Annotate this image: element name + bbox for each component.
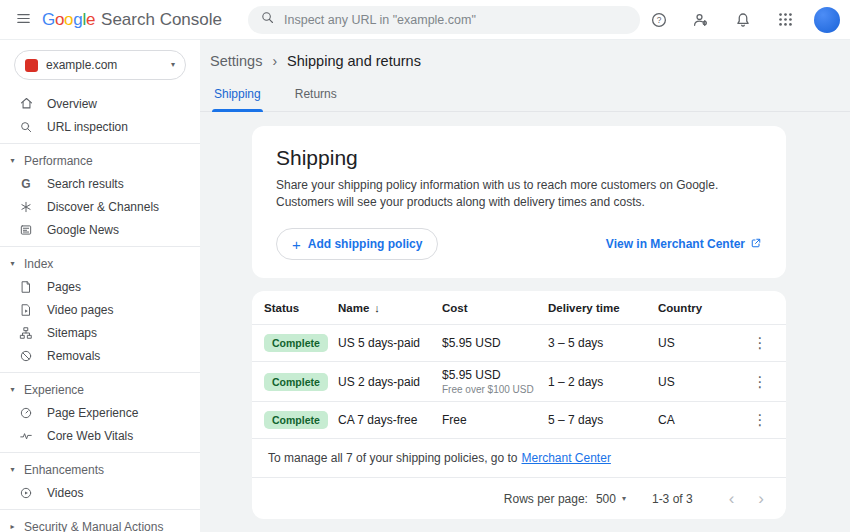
help-icon: ? — [650, 11, 668, 29]
sidebar-item-overview[interactable]: Overview — [0, 92, 200, 115]
sidebar-section-index[interactable]: ▾ Index — [0, 252, 200, 275]
menu-button[interactable] — [6, 3, 40, 37]
user-settings-button[interactable] — [684, 3, 718, 37]
table-footer: To manage all 7 of your shipping policie… — [252, 438, 786, 477]
sidebar-section-label: Index — [24, 257, 53, 271]
policy-country: US — [658, 375, 748, 389]
user-settings-icon — [692, 11, 710, 29]
pagination-bar: Rows per page: 500 ▾ 1-3 of 3 ‹ › — [252, 477, 786, 519]
sidebar-section-experience[interactable]: ▾ Experience — [0, 378, 200, 401]
url-inspect-input[interactable] — [284, 13, 628, 27]
chevron-down-icon: ▾ — [8, 465, 17, 474]
add-shipping-policy-button[interactable]: + Add shipping policy — [276, 228, 438, 260]
row-menu-button[interactable]: ⋮ — [748, 331, 772, 355]
sidebar-item-sitemaps[interactable]: Sitemaps — [0, 321, 200, 344]
core-web-vitals-icon — [18, 428, 34, 444]
topbar: G o o g l e Search Console ? — [0, 0, 850, 40]
account-avatar[interactable] — [814, 7, 840, 33]
sidebar-item-discover-channels[interactable]: Discover & Channels — [0, 195, 200, 218]
add-shipping-policy-label: Add shipping policy — [308, 237, 423, 251]
url-inspect-searchbox[interactable] — [248, 6, 640, 34]
tab-returns[interactable]: Returns — [293, 79, 339, 111]
search-icon — [260, 10, 275, 29]
sidebar-item-google-news[interactable]: Google News — [0, 218, 200, 241]
next-page-button[interactable]: › — [748, 486, 774, 512]
breadcrumb: Settings › Shipping and returns — [200, 40, 850, 75]
chevron-right-icon: › — [272, 53, 277, 69]
topbar-actions: ? — [642, 3, 840, 37]
shipping-description-line1: Share your shipping policy information w… — [276, 177, 762, 194]
chevron-down-icon: ▾ — [171, 61, 175, 69]
sidebar-item-search-results[interactable]: G Search results — [0, 172, 200, 195]
breadcrumb-settings[interactable]: Settings — [210, 53, 262, 69]
column-header-name[interactable]: Name ↓ — [338, 302, 442, 314]
sidebar-section-enhancements[interactable]: ▾ Enhancements — [0, 458, 200, 481]
logo-letter: o — [64, 10, 73, 30]
shipping-card: Shipping Share your shipping policy info… — [252, 126, 786, 278]
hamburger-icon — [15, 10, 32, 30]
status-badge: Complete — [264, 334, 328, 352]
sidebar-item-label: Sitemaps — [47, 326, 97, 340]
plus-icon: + — [292, 237, 301, 252]
sidebar-item-page-experience[interactable]: Page Experience — [0, 401, 200, 424]
sidebar-divider — [0, 452, 200, 453]
video-page-icon — [18, 302, 34, 318]
status-badge: Complete — [264, 373, 328, 391]
sidebar-item-label: Google News — [47, 223, 119, 237]
sidebar-item-removals[interactable]: Removals — [0, 344, 200, 367]
sidebar-item-label: Search results — [47, 177, 124, 191]
tab-bar: Shipping Returns — [200, 79, 850, 112]
sidebar-item-label: URL inspection — [47, 120, 128, 134]
sidebar-item-url-inspection[interactable]: URL inspection — [0, 115, 200, 138]
sidebar-section-label: Security & Manual Actions — [24, 520, 163, 532]
rows-per-page: Rows per page: 500 ▾ — [504, 492, 626, 506]
rows-per-page-select[interactable]: 500 ▾ — [596, 492, 626, 506]
sidebar-item-label: Page Experience — [47, 406, 138, 420]
policy-country: CA — [658, 413, 748, 427]
policy-delivery-time: 3 – 5 days — [548, 336, 658, 350]
sitemap-icon — [18, 325, 34, 341]
sidebar-item-core-web-vitals[interactable]: Core Web Vitals — [0, 424, 200, 447]
sidebar-item-label: Discover & Channels — [47, 200, 159, 214]
page-title: Shipping — [276, 146, 762, 170]
sidebar: example.com ▾ Overview URL inspection ▾ … — [0, 40, 200, 532]
shipping-description: Share your shipping policy information w… — [276, 177, 762, 211]
shipping-card-actions: + Add shipping policy View in Merchant C… — [276, 228, 762, 260]
apps-grid-icon — [777, 11, 794, 28]
property-selector[interactable]: example.com ▾ — [14, 50, 186, 80]
table-header-row: Status Name ↓ Cost Delivery time Country — [252, 291, 786, 324]
sidebar-item-label: Videos — [47, 486, 83, 500]
pagination-range: 1-3 of 3 — [652, 492, 693, 506]
notifications-button[interactable] — [726, 3, 760, 37]
row-menu-button[interactable]: ⋮ — [748, 370, 772, 394]
sidebar-section-performance[interactable]: ▾ Performance — [0, 149, 200, 172]
merchant-center-link[interactable]: Merchant Center — [522, 451, 611, 465]
property-label: example.com — [46, 58, 163, 72]
view-in-merchant-center-link[interactable]: View in Merchant Center — [606, 237, 762, 252]
logo-letter: g — [73, 10, 82, 30]
sidebar-section-label: Performance — [24, 154, 93, 168]
tab-shipping[interactable]: Shipping — [212, 79, 263, 111]
logo-letter: G — [42, 10, 55, 30]
policy-country: US — [658, 336, 748, 350]
help-button[interactable]: ? — [642, 3, 676, 37]
app-window: G o o g l e Search Console ? — [0, 0, 850, 532]
discover-icon — [18, 199, 34, 215]
table-row: Complete US 5 days-paid $5.95 USD 3 – 5 … — [252, 324, 786, 361]
sidebar-item-pages[interactable]: Pages — [0, 275, 200, 298]
column-header-status: Status — [264, 302, 338, 314]
view-in-merchant-center-label: View in Merchant Center — [606, 237, 745, 251]
chevron-down-icon: ▾ — [8, 385, 17, 394]
home-icon — [18, 96, 34, 112]
table-footer-text: To manage all 7 of your shipping policie… — [268, 451, 518, 465]
sidebar-item-videos[interactable]: Videos — [0, 481, 200, 504]
row-menu-button[interactable]: ⋮ — [748, 408, 772, 432]
sidebar-item-label: Removals — [47, 349, 100, 363]
shipping-policies-table: Status Name ↓ Cost Delivery time Country… — [252, 291, 786, 519]
sidebar-section-security-manual-actions[interactable]: ▸ Security & Manual Actions — [0, 515, 200, 532]
sidebar-item-video-pages[interactable]: Video pages — [0, 298, 200, 321]
policy-name: US 2 days-paid — [338, 375, 442, 389]
removals-icon — [18, 348, 34, 364]
apps-button[interactable] — [768, 3, 802, 37]
previous-page-button[interactable]: ‹ — [719, 486, 745, 512]
